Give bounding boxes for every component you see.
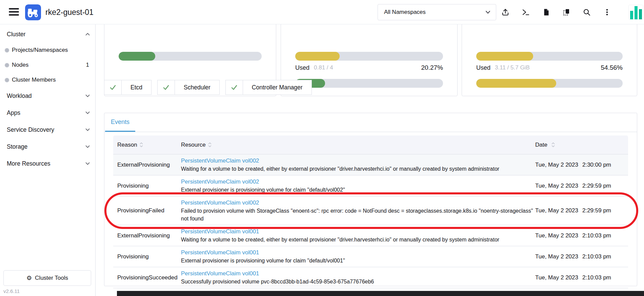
resource-link[interactable]: PersistentVolumeClaim vol001 — [181, 270, 259, 278]
event-date: Tue, May 2 2023 2:10:03 pm — [535, 232, 628, 239]
capacity-card-memory: Used 3.11 / 5.7 GiB 54.56% — [462, 18, 637, 96]
event-message: Waiting for a volume to be created, eith… — [181, 165, 535, 173]
namespace-filter-select[interactable]: All Namespaces — [378, 4, 496, 20]
chevron-down-icon — [85, 111, 90, 114]
sort-icon — [208, 142, 212, 147]
chevron-down-icon — [485, 10, 490, 14]
sidebar-group-cluster[interactable]: Cluster — [0, 26, 95, 43]
nodes-count: 1 — [86, 62, 89, 68]
download-kubeconfig-icon[interactable] — [542, 8, 550, 17]
column-header-resource[interactable]: Resource — [181, 142, 535, 148]
table-row: ProvisioningFailed PersistentVolumeClaim… — [113, 196, 628, 225]
used-stat-row: Used 3.11 / 5.7 GiB 54.56% — [476, 63, 623, 72]
rancher-cluster-dashboard: rke2-guest-01 All Namespaces — [0, 0, 644, 296]
table-row: ExternalProvisioning PersistentVolumeCla… — [113, 225, 628, 246]
sidebar-nav: Cluster Projects/Namespaces Nodes 1 Clus… — [0, 24, 96, 296]
sidebar-group-workload[interactable]: Workload — [0, 87, 95, 104]
cluster-provider-logo-icon[interactable] — [25, 4, 41, 20]
used-gauge-bar — [295, 79, 443, 88]
event-resource-cell: PersistentVolumeClaim vol002 Waiting for… — [181, 157, 535, 173]
main-content: Used 0.81 / 4 20.27% Used 3.11 / 5.7 GiB… — [96, 24, 644, 296]
event-reason: Provisioning — [113, 183, 181, 189]
sort-icon — [140, 142, 143, 147]
health-badge-controller-manager: Controller Manager — [225, 80, 312, 95]
globe-icon — [5, 78, 9, 82]
page-title: rke2-guest-01 — [45, 0, 94, 24]
used-amount: 3.11 / 5.7 GiB — [495, 64, 530, 71]
event-reason: ProvisioningFailed — [113, 207, 181, 214]
event-message: Successfully provisioned volume pvc-8bcc… — [181, 278, 535, 286]
health-badge-scheduler: Scheduler — [157, 80, 220, 95]
event-resource-cell: PersistentVolumeClaim vol002 Failed to p… — [181, 199, 535, 223]
user-avatar[interactable] — [628, 5, 643, 20]
event-message: Waiting for a volume to be created, eith… — [181, 236, 535, 244]
column-header-date[interactable]: Date — [535, 142, 628, 148]
check-icon — [104, 80, 122, 94]
events-table: Reason Resource Date — [104, 132, 637, 288]
chevron-down-icon — [85, 162, 90, 165]
check-icon — [226, 80, 243, 94]
health-badge-etcd: Etcd — [104, 80, 152, 95]
import-yaml-icon[interactable] — [501, 8, 510, 17]
kubectl-shell-icon[interactable] — [521, 8, 530, 17]
chevron-down-icon — [85, 128, 90, 131]
header-actions — [501, 0, 611, 24]
chevron-up-icon — [85, 33, 90, 36]
app-version: v2.6.11 — [3, 288, 20, 294]
sidebar-group-service-discovery[interactable]: Service Discovery — [0, 121, 95, 138]
gear-icon: ⚙ — [26, 275, 32, 281]
event-message: Failed to provision volume with StorageC… — [181, 207, 535, 223]
cluster-tools-button[interactable]: ⚙ Cluster Tools — [3, 270, 91, 286]
table-row: Provisioning PersistentVolumeClaim vol00… — [113, 246, 628, 267]
resource-link[interactable]: PersistentVolumeClaim vol002 — [181, 199, 259, 207]
tab-bar: Events — [104, 113, 637, 132]
event-resource-cell: PersistentVolumeClaim vol001 Waiting for… — [181, 228, 535, 244]
sort-icon — [551, 142, 555, 147]
used-stat-row: Used 0.81 / 4 20.27% — [295, 63, 443, 72]
used-percent: 54.56% — [601, 64, 623, 71]
event-reason: ExternalProvisioning — [113, 162, 181, 168]
sidebar-item-nodes[interactable]: Nodes 1 — [0, 58, 95, 72]
namespace-filter-value: All Namespaces — [384, 9, 426, 16]
table-row: ExternalProvisioning PersistentVolumeCla… — [113, 154, 628, 175]
sidebar-group-more-resources[interactable]: More Resources — [0, 155, 95, 172]
sidebar-group-apps[interactable]: Apps — [0, 104, 95, 121]
resource-link[interactable]: PersistentVolumeClaim vol001 — [181, 228, 259, 236]
resource-link[interactable]: PersistentVolumeClaim vol001 — [181, 249, 259, 257]
event-resource-cell: PersistentVolumeClaim vol001 Successfull… — [181, 270, 535, 286]
top-header: rke2-guest-01 All Namespaces — [0, 0, 644, 24]
chevron-down-icon — [85, 94, 90, 97]
event-date: Tue, May 2 2023 2:29:59 pm — [535, 183, 628, 189]
resource-link[interactable]: PersistentVolumeClaim vol002 — [181, 178, 259, 186]
sidebar-group-storage[interactable]: Storage — [0, 138, 95, 155]
sidebar-item-projects-namespaces[interactable]: Projects/Namespaces — [0, 43, 95, 58]
hamburger-menu-icon[interactable] — [9, 8, 19, 16]
event-message: External provisioner is provisioning vol… — [181, 186, 535, 194]
events-table-body: ExternalProvisioning PersistentVolumeCla… — [113, 154, 628, 288]
event-reason: ProvisioningSucceeded — [113, 274, 181, 281]
sidebar-item-cluster-members[interactable]: Cluster Members — [0, 72, 95, 87]
event-reason: Provisioning — [113, 253, 181, 260]
used-gauge-bar — [476, 79, 623, 88]
health-badges: Etcd Scheduler Controller Manager — [104, 80, 312, 95]
search-icon[interactable] — [582, 8, 591, 17]
reserved-gauge-bar — [119, 52, 262, 61]
event-resource-cell: PersistentVolumeClaim vol001 External pr… — [181, 249, 535, 265]
table-row: Provisioning PersistentVolumeClaim vol00… — [113, 175, 628, 196]
bottom-window-edge — [117, 291, 644, 296]
event-message: External provisioner is provisioning vol… — [181, 257, 535, 265]
event-reason: ExternalProvisioning — [113, 232, 181, 239]
tab-events[interactable]: Events — [105, 113, 135, 132]
event-date: Tue, May 2 2023 2:10:03 pm — [535, 253, 628, 260]
column-header-reason[interactable]: Reason — [113, 142, 181, 148]
kebab-menu-icon[interactable] — [603, 8, 611, 17]
globe-icon — [5, 48, 9, 52]
reserved-gauge-bar — [476, 52, 623, 61]
event-date: Tue, May 2 2023 2:10:03 pm — [535, 274, 628, 281]
table-row: ProvisioningSucceeded PersistentVolumeCl… — [113, 267, 628, 288]
event-date: Tue, May 2 2023 2:30:00 pm — [535, 162, 628, 168]
resource-link[interactable]: PersistentVolumeClaim vol002 — [181, 157, 259, 165]
check-icon — [158, 80, 175, 94]
table-header-row: Reason Resource Date — [113, 135, 628, 154]
copy-kubeconfig-icon[interactable] — [562, 8, 571, 17]
